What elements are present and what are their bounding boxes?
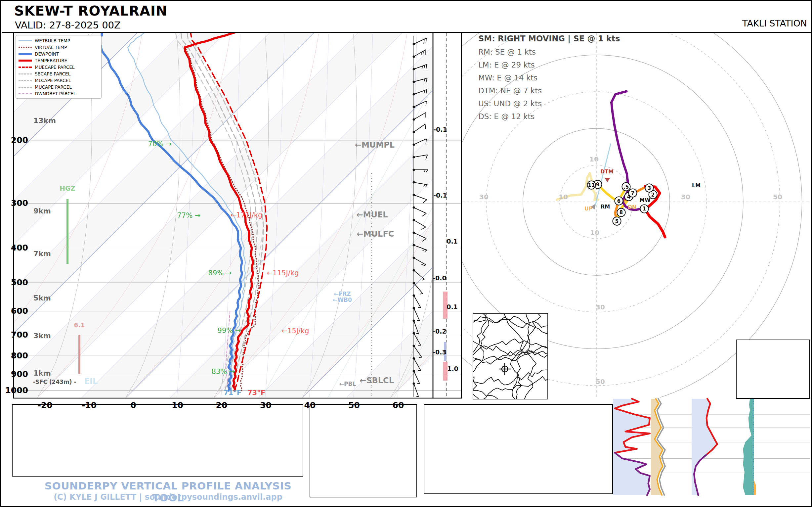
pbl-annotation: ←PBL <box>339 381 356 387</box>
height-label: 1km <box>34 369 51 377</box>
ring-label: 10 <box>559 193 568 201</box>
legend-item: TEMPERATURE <box>18 57 99 64</box>
omega-value: -0.1 <box>433 192 447 199</box>
pressure-tick: 800 <box>11 351 28 360</box>
cape-annotation: ←171J/kg <box>231 212 262 219</box>
legend-swatch-dashed <box>18 93 32 94</box>
legend-label: WETBULB TEMP <box>35 38 70 43</box>
svg-text:2: 2 <box>651 192 654 198</box>
temp-tick: 30 <box>260 401 271 410</box>
ring-label: 30 <box>681 193 690 201</box>
legend-label: SBCAPE PARCEL <box>35 71 70 76</box>
surface-temp-label: 73°F <box>247 389 265 396</box>
kinematics-table <box>424 404 613 494</box>
height-label: 9km <box>34 207 51 215</box>
storm-motion-line: LM: E @ 29 kts <box>478 61 620 69</box>
temp-tick: 0 <box>130 401 136 410</box>
mini-panels <box>613 399 810 495</box>
temp-tick: 60 <box>393 401 404 410</box>
pressure-tick: 1000 <box>5 386 28 395</box>
pressure-tick: 700 <box>11 331 28 339</box>
hodo-point-label: UP <box>584 206 593 212</box>
omega-value: -0.3 <box>433 349 446 356</box>
ring-label: 10 <box>589 156 599 163</box>
legend-item: MUCAPE PARCEL <box>18 84 99 90</box>
legend-swatch-solid <box>18 60 32 62</box>
legend-label: TEMPERATURE <box>35 58 67 63</box>
surface-label: -SFC (243m) - <box>33 379 76 385</box>
ring-label: 50 <box>596 378 605 385</box>
omega-value: -0.1 <box>433 126 447 133</box>
svg-text:11: 11 <box>588 182 595 188</box>
level-annotation: ←SBLCL <box>360 377 394 385</box>
legend-item: MLCAPE PARCEL <box>18 77 99 84</box>
level-annotation: ←MULFC <box>357 230 394 238</box>
storm-motion-block: SM: RIGHT MOVING | SE @ 1 ktsRM: SE @ 1 … <box>478 34 620 125</box>
temp-tick: 10 <box>172 401 183 410</box>
rh-annotation: 77% → <box>177 212 201 219</box>
ring-label: 30 <box>479 193 489 201</box>
pressure-tick: 600 <box>11 307 28 316</box>
storm-motion-line: DS: E @ 12 kts <box>478 112 620 121</box>
cape-annotation: ←115J/kg <box>267 269 299 277</box>
surface-dewpoint-label: 71°F <box>224 389 241 396</box>
hodo-point-label: RM <box>601 204 610 210</box>
storm-motion-line: MW: E @ 14 kts <box>478 73 620 82</box>
height-label: 13km <box>34 117 56 124</box>
legend-swatch-dashed <box>18 87 32 88</box>
pressure-tick: 900 <box>11 370 28 378</box>
legend-swatch-dashed <box>18 80 32 81</box>
omega-value: -0.0 <box>433 275 446 282</box>
svg-text:1: 1 <box>643 206 646 212</box>
svg-text:9: 9 <box>596 182 599 188</box>
pressure-tick: 400 <box>11 243 28 252</box>
rh-annotation: 89% → <box>208 269 232 277</box>
legend-swatch-dotted <box>18 47 32 48</box>
storm-motion-line: US: UND @ 2 kts <box>478 99 620 108</box>
temp-tick: -10 <box>82 401 97 410</box>
hodo-point-label: DTM <box>600 169 614 175</box>
eil-label: EIL <box>84 377 98 386</box>
svg-text:8: 8 <box>620 210 623 216</box>
svg-text:5: 5 <box>615 218 619 224</box>
omega-value: -0.2 <box>433 328 446 335</box>
temp-tick: 40 <box>304 401 316 410</box>
lapse-rate-label: 6.1 <box>74 322 85 329</box>
omega-value: 1.0 <box>447 366 458 372</box>
page-title: SKEW-T ROYALRAIN <box>14 3 167 19</box>
legend-item: DWNDRFT PARCEL <box>18 90 99 97</box>
legend-label: VIRTUAL TEMP <box>35 45 67 50</box>
storm-motion-line: DTM: NE @ 7 kts <box>478 87 620 95</box>
frz-annotation: ←WB0 <box>333 297 352 303</box>
srh-bwd-box <box>736 340 810 399</box>
pressure-tick: 300 <box>11 199 28 208</box>
temp-tick: 50 <box>348 401 360 410</box>
ring-label: 30 <box>596 304 605 311</box>
rh-annotation: 99% → <box>217 327 241 334</box>
ring-label: 10 <box>590 229 599 236</box>
valid-timestamp: VALID: 27-8-2025 00Z <box>15 19 121 31</box>
height-label: 3km <box>34 332 51 340</box>
legend-label: DEWPOINT <box>35 51 59 57</box>
legend-swatch-dashed <box>18 66 32 68</box>
rh-table <box>310 404 417 497</box>
legend-label: MLCAPE PARCEL <box>35 78 71 83</box>
storm-motion-line: RM: SE @ 1 kts <box>478 48 620 56</box>
height-label: 5km <box>34 294 51 302</box>
level-annotation: ←MUEL <box>356 211 388 219</box>
pressure-tick: 500 <box>11 278 28 287</box>
svg-text:.5: .5 <box>623 184 629 190</box>
svg-text:3: 3 <box>647 185 651 191</box>
legend-item: SBCAPE PARCEL <box>18 70 99 77</box>
pressure-tick: 200 <box>11 136 28 145</box>
legend-label: MUECAPE PARCEL <box>35 64 74 70</box>
storm-motion-header: SM: RIGHT MOVING | SE @ 1 kts <box>478 34 620 43</box>
svg-text:6: 6 <box>617 198 621 204</box>
hodo-point-label: DN <box>628 205 637 210</box>
station-name: TAKLI STATION <box>742 18 807 29</box>
credit-line-2: (C) KYLE J GILLETT | sounderpysoundings.… <box>36 493 300 502</box>
legend-label: DWNDRFT PARCEL <box>35 91 76 96</box>
hodo-point-label: MW <box>639 198 650 203</box>
legend-item: DEWPOINT <box>18 51 99 57</box>
temp-tick: 20 <box>216 401 228 410</box>
